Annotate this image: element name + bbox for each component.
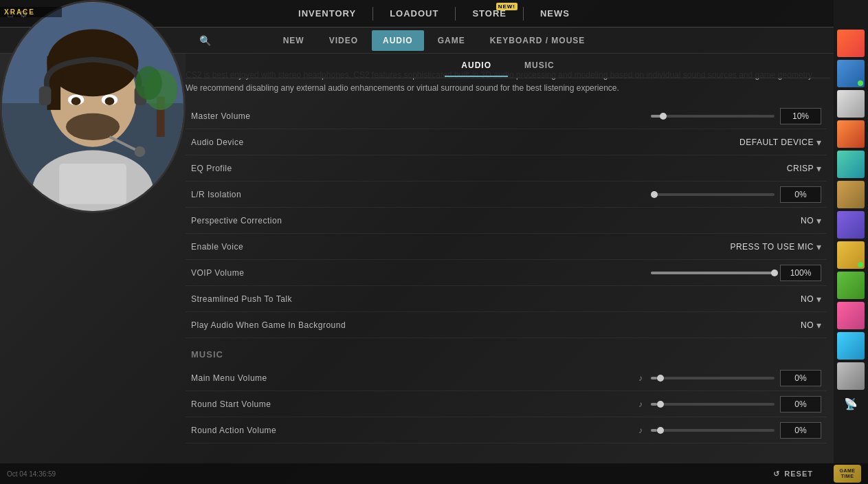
settings-container: Master Volume 10% Audio Device DEFAULT D… bbox=[186, 103, 827, 450]
main-menu-volume-row: Main Menu Volume ♪ 0% bbox=[186, 365, 827, 391]
slider-fill bbox=[651, 377, 657, 380]
sidebar-avatar-1[interactable] bbox=[837, 30, 865, 57]
enable-voice-control: PRESS TO USE MIC ▾ bbox=[397, 241, 821, 252]
nav-store[interactable]: STORE NEW! bbox=[456, 0, 523, 28]
reset-icon: ↺ bbox=[773, 470, 780, 478]
perspective-correction-value: NO bbox=[801, 216, 814, 226]
voip-volume-value: 100% bbox=[780, 265, 821, 281]
master-volume-control: 10% bbox=[397, 108, 821, 124]
play-audio-background-chevron: ▾ bbox=[816, 320, 821, 331]
streamer-webcam bbox=[0, 0, 186, 213]
game-time-logo: GAMETIME bbox=[834, 465, 861, 483]
round-start-volume-value: 0% bbox=[780, 396, 821, 412]
music-icon-2: ♪ bbox=[638, 399, 643, 409]
sidebar-avatar-4[interactable] bbox=[837, 120, 865, 148]
subnav-game[interactable]: GAME bbox=[427, 30, 476, 51]
streamlined-push-to-talk-dropdown[interactable]: NO ▾ bbox=[801, 294, 821, 305]
xrace-logo: XRACE bbox=[0, 7, 62, 17]
slider-thumb[interactable] bbox=[771, 270, 778, 276]
slider-thumb[interactable] bbox=[657, 375, 664, 382]
main-menu-volume-slider[interactable] bbox=[651, 377, 775, 380]
master-volume-slider[interactable] bbox=[651, 115, 775, 118]
sidebar-avatar-6[interactable] bbox=[837, 181, 865, 208]
enable-voice-row: Enable Voice PRESS TO USE MIC ▾ bbox=[186, 234, 827, 260]
enable-voice-label: Enable Voice bbox=[191, 242, 397, 252]
svg-point-14 bbox=[135, 146, 146, 157]
music-icon-3: ♪ bbox=[638, 426, 643, 435]
streamlined-push-to-talk-label: Streamlined Push To Talk bbox=[191, 294, 397, 304]
perspective-correction-chevron: ▾ bbox=[816, 215, 821, 226]
sidebar-avatar-3[interactable] bbox=[837, 90, 865, 118]
slider-thumb[interactable] bbox=[651, 191, 658, 198]
nav-inventory[interactable]: INVENTORY bbox=[282, 0, 372, 28]
main-menu-volume-value: 0% bbox=[780, 370, 821, 386]
slider-thumb[interactable] bbox=[657, 401, 664, 408]
sidebar-avatar-11[interactable] bbox=[837, 332, 865, 360]
online-indicator bbox=[858, 80, 863, 86]
sidebar-avatar-7[interactable] bbox=[837, 211, 865, 239]
sidebar-avatar-10[interactable] bbox=[837, 302, 865, 329]
slider-thumb[interactable] bbox=[660, 113, 667, 120]
subnav-keyboard-mouse[interactable]: KEYBOARD / MOUSE bbox=[479, 30, 597, 51]
slider-track bbox=[651, 193, 775, 196]
timestamp: Oct 04 14:36:59 bbox=[7, 470, 56, 478]
audio-device-chevron: ▾ bbox=[816, 137, 821, 148]
enable-voice-dropdown[interactable]: PRESS TO USE MIC ▾ bbox=[730, 241, 821, 252]
sidebar-avatar-9[interactable] bbox=[837, 272, 865, 299]
slider-track bbox=[651, 403, 775, 406]
eq-profile-label: EQ Profile bbox=[191, 164, 397, 173]
lr-isolation-row: L/R Isolation 0% bbox=[186, 182, 827, 208]
content-tabs-row: AUDIO MUSIC bbox=[186, 54, 830, 78]
reset-button[interactable]: ↺ RESET bbox=[773, 470, 813, 478]
eq-profile-dropdown[interactable]: CRISP ▾ bbox=[787, 163, 821, 174]
audio-device-dropdown[interactable]: DEFAULT DEVICE ▾ bbox=[739, 137, 821, 148]
nav-news[interactable]: NEWS bbox=[524, 0, 586, 28]
voip-volume-control: 100% bbox=[397, 265, 821, 281]
main-menu-volume-label: Main Menu Volume bbox=[191, 373, 397, 383]
round-action-volume-label: Round Action Volume bbox=[191, 426, 397, 435]
svg-point-10 bbox=[66, 113, 120, 140]
eq-profile-chevron: ▾ bbox=[816, 163, 821, 174]
slider-track bbox=[651, 272, 775, 274]
tab-audio[interactable]: AUDIO bbox=[445, 55, 508, 77]
voip-volume-label: VOIP Volume bbox=[191, 268, 397, 278]
audio-device-row: Audio Device DEFAULT DEVICE ▾ bbox=[186, 129, 827, 155]
search-icon[interactable]: 🔍 bbox=[199, 35, 211, 46]
perspective-correction-dropdown[interactable]: NO ▾ bbox=[801, 215, 821, 226]
store-badge: NEW! bbox=[496, 3, 518, 10]
subnav-audio[interactable]: AUDIO bbox=[372, 30, 424, 51]
broadcast-icon[interactable]: 📡 bbox=[844, 397, 858, 410]
bottom-bar: Oct 04 14:36:59 ↺ RESET GAMETIME bbox=[0, 463, 868, 484]
round-start-volume-slider[interactable] bbox=[651, 403, 775, 406]
svg-point-18 bbox=[135, 66, 162, 100]
round-start-volume-row: Round Start Volume ♪ 0% bbox=[186, 391, 827, 417]
slider-thumb[interactable] bbox=[657, 427, 664, 434]
tab-music[interactable]: MUSIC bbox=[508, 55, 571, 77]
audio-device-value: DEFAULT DEVICE bbox=[739, 138, 814, 147]
online-indicator-2 bbox=[858, 262, 863, 267]
streamlined-push-to-talk-chevron: ▾ bbox=[816, 294, 821, 305]
subnav-video[interactable]: VIDEO bbox=[318, 30, 369, 51]
sidebar-avatar-2[interactable] bbox=[837, 60, 865, 87]
slider-fill bbox=[651, 403, 657, 406]
lr-isolation-slider[interactable] bbox=[651, 193, 775, 196]
slider-track bbox=[651, 429, 775, 432]
svg-rect-11 bbox=[39, 87, 52, 105]
round-action-volume-slider[interactable] bbox=[651, 429, 775, 432]
lr-isolation-control: 0% bbox=[397, 186, 821, 203]
svg-rect-15 bbox=[59, 164, 126, 204]
eq-profile-row: EQ Profile CRISP ▾ bbox=[186, 155, 827, 182]
nav-loadout[interactable]: LOADOUT bbox=[373, 0, 455, 28]
play-audio-background-dropdown[interactable]: NO ▾ bbox=[801, 320, 821, 331]
play-audio-background-value: NO bbox=[801, 320, 814, 330]
reset-label: RESET bbox=[784, 470, 813, 478]
master-volume-value: 10% bbox=[780, 108, 821, 124]
subnav-new[interactable]: NEW bbox=[272, 30, 315, 51]
eq-profile-control: CRISP ▾ bbox=[397, 163, 821, 174]
sidebar-avatar-12[interactable] bbox=[837, 362, 865, 390]
sidebar-avatar-5[interactable] bbox=[837, 151, 865, 178]
perspective-correction-control: NO ▾ bbox=[397, 215, 821, 226]
round-start-volume-control: ♪ 0% bbox=[397, 396, 821, 412]
sidebar-avatar-8[interactable] bbox=[837, 241, 865, 269]
voip-volume-slider[interactable] bbox=[651, 272, 775, 274]
